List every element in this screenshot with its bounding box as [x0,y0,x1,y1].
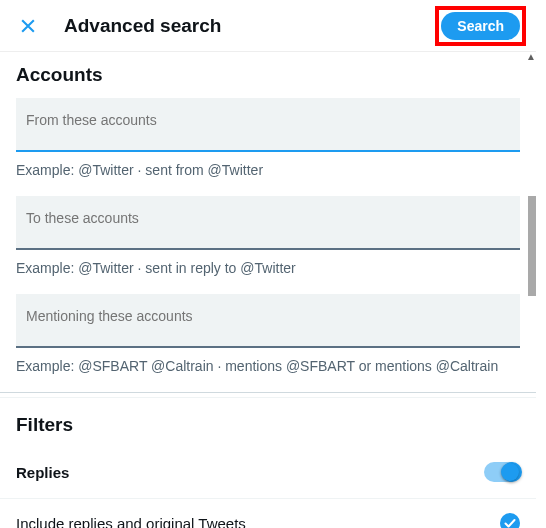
divider [0,498,536,499]
scrollbar-thumb[interactable] [528,196,536,296]
replies-label: Replies [16,464,69,481]
include-replies-check [500,513,520,528]
modal-body: Accounts Example: @Twitter · sent from @… [0,52,536,528]
include-replies-row[interactable]: Include replies and original Tweets [0,505,536,528]
replies-toggle[interactable] [484,462,520,482]
toggle-knob [502,462,522,482]
replies-heading-row: Replies [0,448,536,492]
close-icon [18,16,38,36]
close-button[interactable] [14,12,42,40]
include-replies-label: Include replies and original Tweets [16,515,246,529]
advanced-search-modal: Advanced search Search Accounts Example:… [0,0,536,528]
to-accounts-example: Example: @Twitter · sent in reply to @Tw… [0,252,536,294]
mentioning-accounts-field [16,294,520,348]
toggle-track [484,462,520,482]
from-accounts-input[interactable] [16,98,520,152]
mentioning-accounts-example: Example: @SFBART @Caltrain · mentions @S… [0,350,536,392]
modal-title: Advanced search [64,15,221,37]
modal-header: Advanced search Search [0,0,536,52]
filters-section-label: Filters [0,397,536,448]
search-button-highlight: Search [435,6,526,46]
to-accounts-field [16,196,520,250]
section-divider [0,392,536,393]
checkmark-circle-icon [500,513,520,528]
mentioning-accounts-input[interactable] [16,294,520,348]
scrollbar-up-arrow-icon[interactable]: ▲ [526,52,536,62]
from-accounts-field [16,98,520,152]
accounts-section-label: Accounts [0,52,536,98]
from-accounts-example: Example: @Twitter · sent from @Twitter [0,154,536,196]
search-button[interactable]: Search [441,12,520,40]
to-accounts-input[interactable] [16,196,520,250]
